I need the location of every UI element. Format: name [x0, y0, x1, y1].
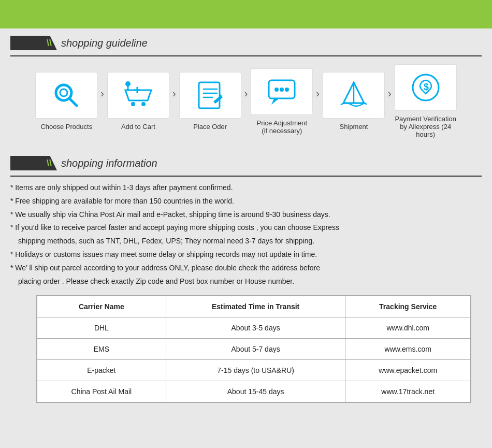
info-line-4: * If you’d like to receive parcel faster…	[10, 222, 482, 234]
step-add-to-cart: Add to Cart	[107, 72, 169, 131]
info-header: \\ shopping information	[10, 156, 482, 170]
step-label-4: Price Adjustment(if necessary)	[257, 119, 308, 135]
info-text-block: * Items are only shipped out within 1-3 …	[10, 182, 482, 287]
info-line-1: * Items are only shipped out within 1-3 …	[10, 182, 482, 194]
table-row: China Post Ail MailAbout 15-45 dayswww.1…	[37, 381, 471, 402]
step-label-5: Shipment	[340, 123, 368, 131]
arrow-3: ›	[244, 88, 248, 115]
table-header-row: Carrier Name Estimated Time in Transit T…	[37, 296, 471, 317]
step-icon-box-6: $	[395, 64, 457, 111]
step-icon-box-1	[35, 72, 97, 119]
shipping-table: Carrier Name Estimated Time in Transit T…	[37, 296, 471, 402]
info-divider	[10, 176, 482, 177]
payment-icon: $	[410, 72, 441, 103]
guideline-title: shopping guideline	[61, 37, 148, 49]
step-icon-box-4	[251, 68, 313, 115]
arrow-2: ›	[172, 88, 176, 115]
info-line-5: shipping methods, such as TNT, DHL, Fede…	[10, 235, 482, 248]
top-banner	[0, 0, 492, 28]
table-cell-0-1: About 3-5 days	[166, 317, 345, 339]
arrow-1: ›	[100, 88, 104, 115]
info-line-2: * Free shipping are available for more t…	[10, 195, 482, 208]
info-section: * Items are only shipped out within 1-3 …	[0, 182, 492, 424]
info-line-7: * We’ ll ship out parcel according to yo…	[10, 262, 482, 274]
svg-point-2	[60, 89, 67, 96]
steps-container: Choose Products › Add to Cart ›	[0, 56, 492, 149]
table-cell-2-2: www.epacket.com	[345, 360, 471, 381]
header-chevrons: \\	[47, 38, 52, 49]
info-line-3: * We usually ship via China Post Air mai…	[10, 209, 482, 221]
svg-point-15	[274, 88, 279, 92]
step-label-2: Add to Cart	[121, 123, 155, 131]
table-cell-2-0: E-packet	[37, 360, 166, 381]
header-bar: \\	[10, 36, 57, 50]
info-line-8: placing order . Please check exactly Zip…	[10, 276, 482, 288]
table-cell-0-0: DHL	[37, 317, 166, 339]
step-icon-box-2	[107, 72, 169, 119]
step-price-adjustment: Price Adjustment(if necessary)	[251, 68, 313, 135]
table-cell-3-2: www.17track.net	[345, 381, 471, 402]
col-header-transit: Estimated Time in Transit	[166, 296, 345, 317]
svg-text:$: $	[424, 82, 429, 92]
step-payment-verification: $ Payment Verificationby Aliexpress (24 …	[395, 64, 457, 138]
step-icon-box-3	[179, 72, 241, 119]
svg-point-16	[280, 88, 284, 92]
step-shipment: Shipment	[323, 72, 385, 131]
step-place-order: Place Oder	[179, 72, 241, 131]
guideline-header: \\ shopping guideline	[10, 36, 482, 50]
ship-icon	[338, 80, 369, 111]
arrow-5: ›	[388, 88, 392, 115]
search-icon	[51, 80, 82, 111]
svg-point-17	[285, 88, 289, 92]
table-row: EMSAbout 5-7 dayswww.ems.com	[37, 339, 471, 360]
step-label-1: Choose Products	[40, 123, 92, 131]
info-header-bar: \\	[10, 156, 57, 170]
svg-line-1	[69, 98, 77, 106]
table-row: DHLAbout 3-5 dayswww.dhl.com	[37, 317, 471, 339]
info-line-6: * Holidays or customs issues may meet so…	[10, 249, 482, 261]
cart-icon	[123, 80, 154, 111]
svg-point-6	[141, 102, 146, 106]
step-label-3: Place Oder	[193, 123, 227, 131]
table-cell-1-2: www.ems.com	[345, 339, 471, 360]
table-cell-3-0: China Post Ail Mail	[37, 381, 166, 402]
arrow-4: ›	[316, 88, 320, 115]
table-cell-0-2: www.dhl.com	[345, 317, 471, 339]
svg-point-5	[131, 102, 135, 106]
col-header-tracking: Tracking Service	[345, 296, 471, 317]
col-header-carrier: Carrier Name	[37, 296, 166, 317]
step-icon-box-5	[323, 72, 385, 119]
table-cell-3-1: About 15-45 days	[166, 381, 345, 402]
table-cell-1-1: About 5-7 days	[166, 339, 345, 360]
step-label-6: Payment Verificationby Aliexpress (24 ho…	[395, 115, 457, 138]
info-header-chevrons: \\	[47, 158, 52, 169]
table-cell-2-1: 7-15 days (to USA&RU)	[166, 360, 345, 381]
order-icon	[195, 80, 226, 111]
chat-icon	[266, 76, 297, 107]
table-row: E-packet7-15 days (to USA&RU)www.epacket…	[37, 360, 471, 381]
info-title: shopping information	[61, 157, 157, 169]
shipping-table-wrapper: Carrier Name Estimated Time in Transit T…	[36, 295, 471, 403]
svg-rect-9	[199, 82, 220, 108]
step-choose-products: Choose Products	[35, 72, 97, 131]
table-cell-1-0: EMS	[37, 339, 166, 360]
